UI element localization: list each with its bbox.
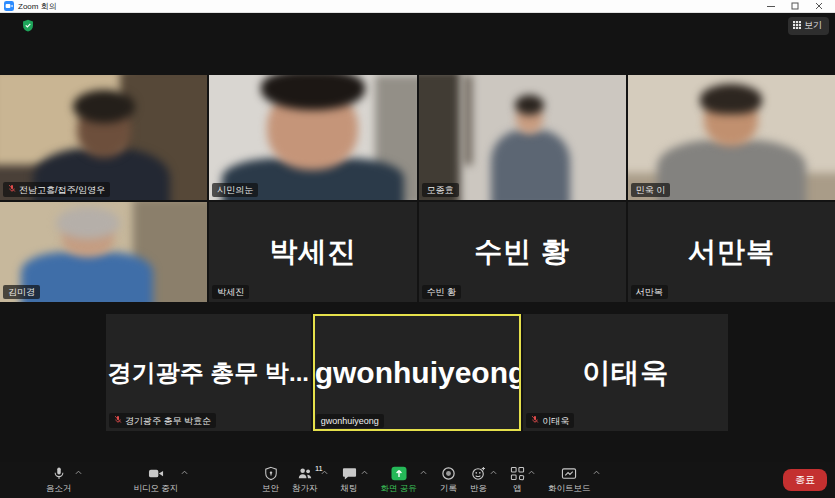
maximize-icon[interactable] (783, 0, 807, 12)
security-label: 보안 (262, 483, 279, 495)
apps-grid-icon (510, 466, 525, 481)
meeting-main-area: 보기 전남고흥/접주/임영우 시민의눈 (0, 13, 835, 462)
video-tile-r1c4[interactable]: 민욱 이 (628, 75, 835, 200)
participant-name: 시민의눈 (217, 185, 253, 195)
chevron-up-icon[interactable] (361, 470, 368, 475)
whiteboard-button[interactable]: 화이트보드 (548, 466, 601, 495)
reactions-button[interactable]: 반응 (470, 466, 497, 495)
participant-name: 경기광주 총무 박효순 (125, 416, 211, 426)
participant-name: 이태욱 (542, 416, 569, 426)
apps-button[interactable]: 앱 (510, 466, 535, 495)
participant-name-badge: 경기광주 총무 박효순 (109, 413, 216, 428)
chat-label: 채팅 (341, 483, 358, 495)
share-screen-label: 화면 공유 (381, 483, 417, 495)
microphone-icon (52, 466, 66, 481)
security-button[interactable]: 보안 (262, 466, 279, 495)
chevron-up-icon[interactable] (181, 470, 188, 475)
toolbar-left-group: 음소거 비디오 중지 (46, 466, 188, 495)
participant-name: 수빈 황 (427, 287, 457, 297)
video-tile-r1c2[interactable]: 시민의눈 (209, 75, 416, 200)
participant-video (628, 75, 835, 200)
video-tile-r1c3[interactable]: 모종효 (419, 75, 626, 200)
window-titlebar: Zoom 회의 (0, 0, 835, 13)
name-tile-r3c3[interactable]: 이태욱 이태욱 (523, 314, 728, 431)
participant-name: 서만복 (636, 287, 663, 297)
participant-display-name: 경기광주 총무 박... (106, 357, 311, 389)
zoom-logo-icon (4, 1, 14, 11)
mute-label: 음소거 (46, 483, 72, 495)
meeting-toolbar: 음소거 비디오 중지 (0, 462, 835, 498)
muted-mic-icon (531, 415, 539, 426)
participant-name: gwonhuiyeong (321, 416, 379, 426)
minimize-icon[interactable] (759, 0, 783, 12)
name-tile-r2c3[interactable]: 수빈 황 수빈 황 (419, 202, 626, 302)
share-screen-button[interactable]: 화면 공유 (381, 466, 427, 495)
participant-name: 박세진 (217, 287, 244, 297)
name-tile-r3c2-active-speaker[interactable]: gwonhuiyeong gwonhuiyeong (313, 314, 522, 431)
shield-check-icon[interactable] (22, 18, 34, 36)
participant-name-badge: 전남고흥/접주/임영우 (3, 182, 110, 197)
participant-name-badge: 김미경 (3, 285, 40, 299)
participant-name-badge: 수빈 황 (422, 285, 462, 299)
participants-icon: 11 (297, 466, 313, 481)
participants-label: 참가자 (292, 483, 318, 495)
chevron-up-icon[interactable] (593, 470, 600, 475)
gallery-row-3: 경기광주 총무 박... 경기광주 총무 박효순 gwonhuiyeong gw… (106, 314, 728, 431)
participant-name: 민욱 이 (636, 185, 666, 195)
video-camera-icon (148, 466, 164, 481)
close-icon[interactable] (807, 0, 831, 12)
participant-name-badge: 박세진 (212, 285, 249, 299)
zoom-app-window: Zoom 회의 보기 (0, 0, 835, 498)
participant-name-badge: 이태욱 (526, 413, 574, 428)
name-tile-r2c2[interactable]: 박세진 박세진 (209, 202, 416, 302)
muted-mic-icon (8, 184, 16, 195)
grid-view-icon (793, 21, 801, 31)
participant-name-badge: 시민의눈 (212, 183, 258, 197)
chat-button[interactable]: 채팅 (341, 466, 368, 495)
stop-video-label: 비디오 중지 (134, 483, 179, 495)
participant-display-name: 이태욱 (523, 354, 728, 392)
chevron-up-icon[interactable] (528, 470, 535, 475)
participant-name: 김미경 (8, 287, 35, 297)
chevron-up-icon[interactable] (490, 470, 497, 475)
name-tile-r2c4[interactable]: 서만복 서만복 (628, 202, 835, 302)
record-icon (441, 466, 456, 481)
participant-name-badge: 서만복 (631, 285, 668, 299)
participant-display-name: gwonhuiyeong (315, 356, 520, 390)
reactions-smiley-icon (471, 466, 486, 481)
video-tile-r2c1[interactable]: 김미경 (0, 202, 207, 302)
window-title: Zoom 회의 (18, 1, 57, 12)
video-tile-r1c1[interactable]: 전남고흥/접주/임영우 (0, 75, 207, 200)
reactions-label: 반응 (470, 483, 487, 495)
toolbar-center-group: 보안 11 참가자 (262, 466, 600, 495)
record-button[interactable]: 기록 (440, 466, 457, 495)
record-label: 기록 (440, 483, 457, 495)
participant-name-badge: 민욱 이 (631, 183, 671, 197)
gallery-row-2: 김미경 박세진 박세진 수빈 황 수빈 황 서만복 서만복 (0, 202, 835, 302)
chevron-up-icon[interactable] (420, 470, 427, 475)
participant-name-badge: 모종효 (422, 183, 459, 197)
muted-mic-icon (114, 415, 122, 426)
gallery-row-1: 전남고흥/접주/임영우 시민의눈 모종효 (0, 75, 835, 200)
participant-video (209, 75, 416, 200)
participant-display-name: 수빈 황 (419, 233, 626, 271)
security-shield-icon (264, 466, 278, 481)
name-tile-r3c1[interactable]: 경기광주 총무 박... 경기광주 총무 박효순 (106, 314, 311, 431)
participant-display-name: 박세진 (209, 233, 416, 271)
view-button[interactable]: 보기 (788, 17, 829, 35)
whiteboard-label: 화이트보드 (548, 483, 591, 495)
whiteboard-icon (561, 466, 577, 481)
stop-video-button[interactable]: 비디오 중지 (134, 466, 189, 495)
participant-video (419, 75, 626, 200)
participant-name-badge: gwonhuiyeong (316, 414, 384, 428)
participants-button[interactable]: 11 참가자 (292, 466, 328, 495)
participants-count-badge: 11 (315, 464, 323, 473)
end-meeting-button[interactable]: 종료 (783, 469, 827, 491)
window-controls (759, 0, 831, 12)
chevron-up-icon[interactable] (75, 470, 82, 475)
participant-display-name: 서만복 (628, 233, 835, 271)
mute-button[interactable]: 음소거 (46, 466, 82, 495)
participant-name: 전남고흥/접주/임영우 (19, 185, 105, 195)
chat-bubble-icon (342, 466, 357, 481)
apps-label: 앱 (513, 483, 522, 495)
